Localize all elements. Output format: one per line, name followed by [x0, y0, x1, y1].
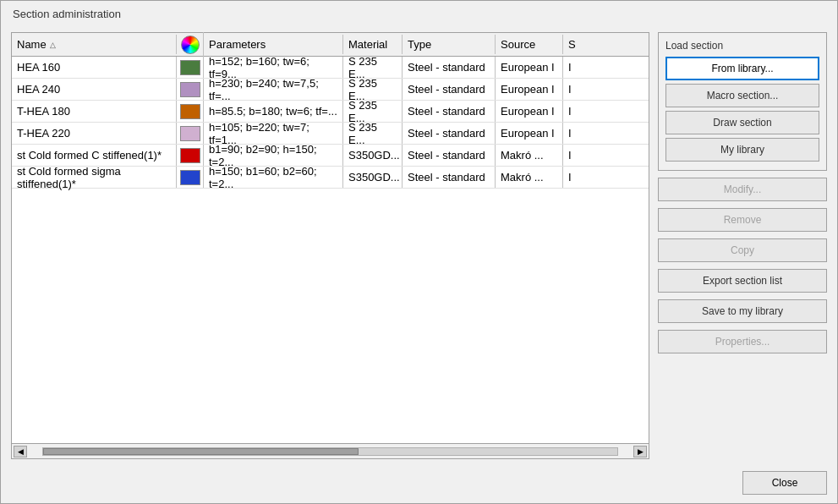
table-body: HEA 160 h=152; b=160; tw=6; tf=9... S 23…	[12, 57, 649, 443]
scroll-right-arrow[interactable]: ▶	[633, 446, 647, 457]
title-text: Section administration	[13, 8, 121, 20]
content-area: Name △ Parameters Material Type Source	[1, 25, 837, 466]
row-5-color-box	[180, 170, 200, 185]
modify-button[interactable]: Modify...	[658, 178, 827, 201]
row-4-material-text: S350GD...	[348, 149, 400, 162]
action-buttons: Modify... Remove Copy Export section lis…	[658, 178, 827, 459]
row-5-name: st Cold formed sigma stiffened(1)*	[12, 167, 177, 188]
section-table: Name △ Parameters Material Type Source	[11, 32, 649, 459]
table-row[interactable]: st Cold formed C stiffened(1)* b1=90; b2…	[12, 145, 649, 167]
table-row[interactable]: st Cold formed sigma stiffened(1)* h=150…	[12, 167, 649, 189]
sort-arrow-icon: △	[50, 41, 56, 49]
row-1-source-text: European I	[501, 83, 555, 96]
table-row[interactable]: T-HEA 220 h=105; b=220; tw=7; tf=1... S …	[12, 123, 649, 145]
row-4-type-text: Steel - standard	[408, 149, 485, 162]
row-0-name: HEA 160	[12, 57, 177, 78]
row-3-material-text: S 235 E...	[348, 121, 397, 146]
table-horizontal-scrollbar[interactable]: ◀ ▶	[12, 443, 649, 458]
row-2-params-text: h=85.5; b=180; tw=6; tf=...	[209, 105, 337, 118]
from-library-button[interactable]: From library...	[665, 57, 819, 80]
table-row[interactable]: HEA 240 h=230; b=240; tw=7,5; tf=... S 2…	[12, 79, 649, 101]
scrollbar-track[interactable]	[42, 447, 618, 456]
row-5-extra-text: I	[568, 171, 572, 184]
col-type-label: Type	[408, 38, 431, 51]
row-5-material: S350GD...	[343, 167, 403, 188]
row-2-extra: I	[563, 101, 649, 122]
row-2-name: T-HEA 180	[12, 101, 177, 122]
row-0-extra-text: I	[568, 61, 572, 74]
col-source-label: Source	[501, 38, 535, 51]
my-library-button[interactable]: My library	[665, 138, 819, 162]
row-4-color-box	[180, 148, 200, 163]
row-2-type-text: Steel - standard	[408, 105, 485, 118]
row-3-material: S 235 E...	[343, 123, 403, 144]
row-1-params: h=230; b=240; tw=7,5; tf=...	[204, 79, 343, 100]
row-4-source-text: Makró ...	[501, 149, 544, 162]
col-params-label: Parameters	[209, 38, 266, 51]
row-0-color	[177, 57, 204, 78]
col-header-material: Material	[343, 35, 403, 54]
row-5-name-text: st Cold formed sigma stiffened(1)*	[17, 165, 171, 190]
save-to-my-library-button[interactable]: Save to my library	[658, 299, 827, 323]
row-5-params: h=150; b1=60; b2=60; t=2...	[204, 167, 343, 188]
row-5-source: Makró ...	[496, 167, 563, 188]
color-wheel-icon	[181, 36, 200, 54]
col-header-name: Name △	[12, 35, 177, 54]
col-header-color	[177, 32, 204, 58]
macro-section-button[interactable]: Macro section...	[665, 84, 819, 107]
row-4-color	[177, 145, 204, 166]
row-4-params: b1=90; b2=90; h=150; t=2...	[204, 145, 343, 166]
row-2-color-box	[180, 104, 200, 119]
table-row[interactable]: HEA 160 h=152; b=160; tw=6; tf=9... S 23…	[12, 57, 649, 79]
row-0-type: Steel - standard	[403, 57, 496, 78]
col-header-extra: S	[563, 35, 649, 54]
col-material-label: Material	[348, 38, 387, 51]
row-4-name-text: st Cold formed C stiffened(1)*	[17, 149, 162, 162]
row-1-extra: I	[563, 79, 649, 100]
row-2-source: European I	[496, 101, 563, 122]
row-0-source-text: European I	[501, 61, 555, 74]
copy-button[interactable]: Copy	[658, 238, 827, 262]
row-5-type: Steel - standard	[403, 167, 496, 188]
row-1-type-text: Steel - standard	[408, 83, 485, 96]
row-2-name-text: T-HEA 180	[17, 105, 70, 118]
row-4-type: Steel - standard	[403, 145, 496, 166]
table-header: Name △ Parameters Material Type Source	[12, 33, 649, 57]
load-section-label: Load section	[665, 40, 819, 52]
remove-button[interactable]: Remove	[658, 208, 827, 232]
row-3-name-text: T-HEA 220	[17, 127, 70, 140]
row-3-type: Steel - standard	[403, 123, 496, 144]
row-0-params: h=152; b=160; tw=6; tf=9...	[204, 57, 343, 78]
scroll-left-arrow[interactable]: ◀	[14, 446, 27, 457]
row-4-name: st Cold formed C stiffened(1)*	[12, 145, 177, 166]
row-0-type-text: Steel - standard	[408, 61, 485, 74]
row-1-color-box	[180, 82, 200, 97]
col-extra-label: S	[568, 38, 576, 51]
row-3-params: h=105; b=220; tw=7; tf=1...	[204, 123, 343, 144]
export-section-list-button[interactable]: Export section list	[658, 269, 827, 293]
row-0-extra: I	[563, 57, 649, 78]
properties-button[interactable]: Properties...	[658, 330, 827, 353]
row-5-material-text: S350GD...	[348, 171, 400, 184]
row-1-params-text: h=230; b=240; tw=7,5; tf=...	[209, 77, 337, 102]
draw-section-button[interactable]: Draw section	[665, 111, 819, 134]
scrollbar-thumb[interactable]	[43, 448, 359, 455]
row-1-material: S 235 E...	[343, 79, 403, 100]
row-3-source: European I	[496, 123, 563, 144]
table-row[interactable]: T-HEA 180 h=85.5; b=180; tw=6; tf=... S …	[12, 101, 649, 123]
row-1-type: Steel - standard	[403, 79, 496, 100]
row-3-color-box	[180, 126, 200, 141]
row-1-color	[177, 79, 204, 100]
row-1-source: European I	[496, 79, 563, 100]
load-section-group: Load section From library... Macro secti…	[658, 32, 827, 171]
row-1-name: HEA 240	[12, 79, 177, 100]
row-3-extra-text: I	[568, 127, 572, 140]
close-button[interactable]: Close	[742, 471, 827, 495]
row-0-name-text: HEA 160	[17, 61, 60, 74]
bottom-bar: Close	[1, 466, 837, 503]
col-header-source: Source	[496, 35, 563, 54]
row-2-material: S 235 E...	[343, 101, 403, 122]
row-3-extra: I	[563, 123, 649, 144]
col-header-params: Parameters	[204, 35, 343, 54]
row-4-extra: I	[563, 145, 649, 166]
